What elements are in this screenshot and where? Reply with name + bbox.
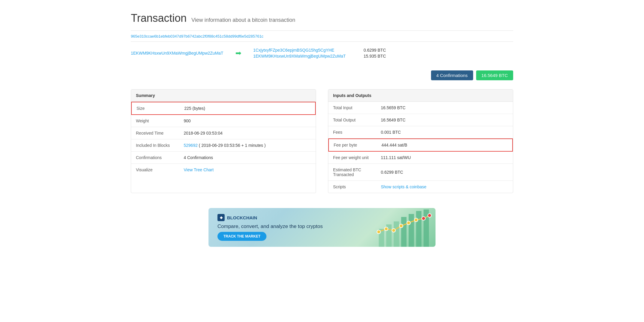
svg-rect-2 xyxy=(394,221,399,247)
svg-point-9 xyxy=(392,229,395,232)
tx-outputs: 1CxjytxyfFZpe3C6epjmBSQG15hg5CgYHE 0.629… xyxy=(253,48,386,58)
svg-point-12 xyxy=(414,218,418,222)
io-label-scripts: Scripts xyxy=(333,184,381,189)
summary-label-visualize: Visualize xyxy=(136,167,184,172)
tx-badges: 4 Confirmations 16.5649 BTC xyxy=(131,70,513,80)
block-link[interactable]: 529692 xyxy=(184,143,198,148)
tx-output-amount-2: 15.935 BTC xyxy=(364,54,386,58)
summary-value-size: 225 (bytes) xyxy=(184,106,205,111)
ad-chart xyxy=(310,208,436,247)
io-value-total-output: 16.5649 BTC xyxy=(381,118,406,122)
svg-point-10 xyxy=(399,224,403,228)
ad-logo: ◆ BLOCKCHAIN xyxy=(217,214,323,221)
ad-banner: ◆ BLOCKCHAIN Compare, convert, and analy… xyxy=(131,208,513,247)
svg-point-11 xyxy=(407,221,410,225)
summary-value-weight: 900 xyxy=(184,118,191,123)
tx-output-item-2: 1EKWM9KHsxwUn9XMaWmgjBegUMpw2ZuMaT 15.93… xyxy=(253,54,386,58)
summary-label-blocks: Included In Blocks xyxy=(136,143,184,148)
io-value-estimated: 0.6299 BTC xyxy=(381,170,403,175)
io-row-fee-per-byte: Fee per byte 444.444 sat/B xyxy=(328,138,513,152)
summary-value-received: 2018-06-29 03:53:04 xyxy=(184,131,223,135)
ad-brand: BLOCKCHAIN xyxy=(227,215,257,220)
summary-row-confirmations: Confirmations 4 Confirmations xyxy=(131,152,316,164)
summary-row-weight: Weight 900 xyxy=(131,115,316,127)
summary-row-size: Size 225 (bytes) xyxy=(131,102,316,115)
io-row-estimated: Estimated BTC Transacted 0.6299 BTC xyxy=(328,164,513,181)
svg-rect-3 xyxy=(401,217,407,247)
io-value-fee-per-byte: 444.444 sat/B xyxy=(381,143,407,147)
ad-inner: ◆ BLOCKCHAIN Compare, convert, and analy… xyxy=(208,208,436,247)
ad-left: ◆ BLOCKCHAIN Compare, convert, and analy… xyxy=(217,214,323,241)
view-tree-chart-link[interactable]: View Tree Chart xyxy=(184,167,214,172)
summary-value-blocks: 529692 ( 2018-06-29 03:53:56 + 1 minutes… xyxy=(184,143,266,148)
tx-output-amount-1: 0.6299 BTC xyxy=(364,48,386,53)
page-header: Transaction View information about a bit… xyxy=(131,12,513,24)
tx-output-addr-2[interactable]: 1EKWM9KHsxwUn9XMaWmgjBegUMpw2ZuMaT xyxy=(253,54,346,58)
summary-row-visualize: Visualize View Tree Chart xyxy=(131,164,316,176)
summary-label-confirmations: Confirmations xyxy=(136,155,184,160)
svg-point-7 xyxy=(377,230,381,234)
io-label-estimated: Estimated BTC Transacted xyxy=(333,167,381,177)
arrow-right-icon: ➡ xyxy=(235,49,241,57)
summary-label-weight: Weight xyxy=(136,118,184,123)
io-label-total-input: Total Input xyxy=(333,105,381,110)
tx-output-item-1: 1CxjytxyfFZpe3C6epjmBSQG15hg5CgYHE 0.629… xyxy=(253,48,386,53)
svg-point-8 xyxy=(384,227,388,231)
summary-label-received: Received Time xyxy=(136,131,184,135)
show-scripts-link[interactable]: Show scripts & coinbase xyxy=(381,184,427,189)
page-subtitle: View information about a bitcoin transac… xyxy=(191,17,295,23)
tx-output-addr-1[interactable]: 1CxjytxyfFZpe3C6epjmBSQG15hg5CgYHE xyxy=(253,48,335,53)
total-btc-badge: 16.5649 BTC xyxy=(476,70,513,80)
io-label-fees: Fees xyxy=(333,130,381,135)
io-label-total-output: Total Output xyxy=(333,118,381,122)
summary-value-confirmations: 4 Confirmations xyxy=(184,155,213,160)
svg-rect-4 xyxy=(409,214,414,247)
io-panel: Inputs and Outputs Total Input 16.5659 B… xyxy=(328,89,513,193)
io-label-fee-per-weight: Fee per weight unit xyxy=(333,155,381,160)
io-value-total-input: 16.5659 BTC xyxy=(381,105,406,110)
summary-row-received: Received Time 2018-06-29 03:53:04 xyxy=(131,127,316,139)
io-row-total-input: Total Input 16.5659 BTC xyxy=(328,102,513,114)
confirmations-badge: 4 Confirmations xyxy=(431,70,473,80)
io-value-fees: 0.001 BTC xyxy=(381,130,401,135)
ad-tagline: Compare, convert, and analyze the top cr… xyxy=(217,224,323,229)
io-label-fee-per-byte: Fee per byte xyxy=(334,143,381,147)
page-title: Transaction xyxy=(131,12,187,24)
io-row-scripts: Scripts Show scripts & coinbase xyxy=(328,181,513,193)
io-value-fee-per-weight: 111.111 sat/WU xyxy=(381,155,411,160)
summary-panel-header: Summary xyxy=(131,90,316,102)
tx-hash-link[interactable]: 965e310ccae6b1ebfeb0347d97b6742abc2f0f88… xyxy=(131,34,263,38)
svg-point-14 xyxy=(428,214,431,217)
summary-row-blocks: Included In Blocks 529692 ( 2018-06-29 0… xyxy=(131,139,316,152)
tx-io-row: 1EKWM9KHsxwUn9XMaWmgjBegUMpw2ZuMaT ➡ 1Cx… xyxy=(131,48,513,64)
tx-hash-bar: 965e310ccae6b1ebfeb0347d97b6742abc2f0f88… xyxy=(131,30,513,42)
io-row-fees: Fees 0.001 BTC xyxy=(328,126,513,138)
ad-cta-button[interactable]: TRACK THE MARKET xyxy=(217,232,266,241)
svg-point-13 xyxy=(422,217,425,220)
summary-label-size: Size xyxy=(137,106,184,111)
io-panel-header: Inputs and Outputs xyxy=(328,90,513,102)
summary-panel: Summary Size 225 (bytes) Weight 900 Rece… xyxy=(131,89,316,193)
svg-rect-5 xyxy=(416,211,421,247)
content-grid: Summary Size 225 (bytes) Weight 900 Rece… xyxy=(131,89,513,193)
io-row-fee-per-weight: Fee per weight unit 111.111 sat/WU xyxy=(328,152,513,164)
tx-input-address[interactable]: 1EKWM9KHsxwUn9XMaWmgjBegUMpw2ZuMaT xyxy=(131,51,223,56)
blockchain-logo-icon: ◆ xyxy=(217,214,225,221)
io-row-total-output: Total Output 16.5649 BTC xyxy=(328,114,513,126)
